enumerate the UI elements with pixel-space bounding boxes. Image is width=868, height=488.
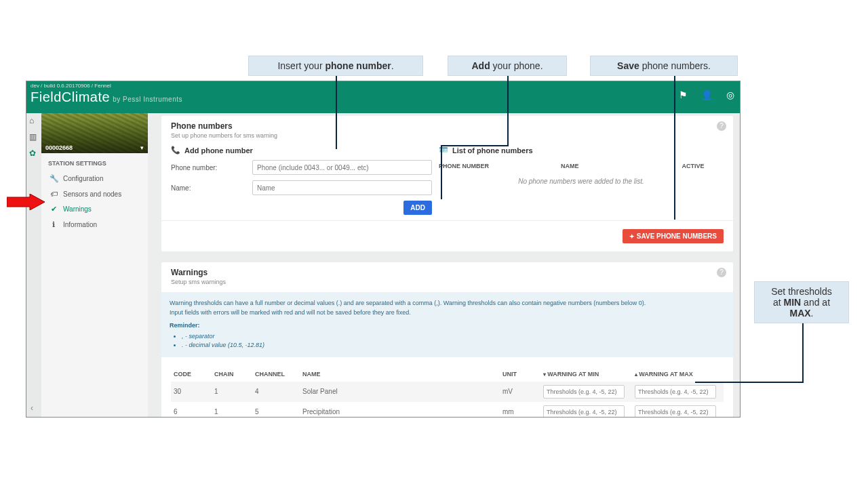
phone-numbers-panel: ? Phone numbers Set up phone numbers for… — [161, 116, 733, 251]
help-icon[interactable]: ? — [717, 121, 726, 131]
station-image[interactable]: 00002668 ▾ — [41, 113, 148, 153]
connector-2h — [441, 145, 509, 146]
table-row: 615Precipitationmm — [171, 402, 724, 418]
home-icon[interactable]: ⌂ — [29, 116, 39, 125]
left-rail: ⌂ ▥ ✿ ‹ — [26, 113, 41, 417]
phone-icon: 📞 — [171, 146, 180, 155]
connector-2 — [507, 75, 509, 145]
sidebar-item-information[interactable]: ℹInformation — [41, 217, 148, 232]
connector-3 — [674, 75, 675, 220]
threshold-max-input[interactable] — [635, 405, 716, 418]
table-row: 3014Solar PanelmV — [171, 382, 724, 402]
warning-max-header[interactable]: WARNING AT MAX — [632, 367, 724, 382]
sidebar: 00002668 ▾ STATION SETTINGS 🔧Configurati… — [41, 113, 148, 417]
help-icon[interactable]: ? — [717, 268, 726, 277]
red-arrow-indicator — [7, 194, 45, 210]
stats-icon[interactable]: ▥ — [29, 132, 39, 142]
phone-table-header: PHONE NUMBERNAMEACTIVE — [439, 160, 724, 172]
sidebar-header: STATION SETTINGS — [41, 153, 148, 171]
shield-check-icon: ✔ — [50, 205, 58, 214]
phone-number-input[interactable] — [252, 160, 432, 175]
phone-subtitle: Set up phone numbers for sms warning — [171, 132, 724, 139]
svg-marker-0 — [7, 194, 45, 210]
divider — [161, 220, 733, 221]
phone-number-label: Phone number: — [171, 164, 252, 171]
callout-insert-phone: Insert your phone number. — [248, 56, 423, 76]
add-phone-header: 📞Add phone number — [171, 146, 432, 155]
warnings-table: CODE CHAIN CHANNEL NAME UNIT WARNING AT … — [171, 367, 724, 418]
warning-min-header[interactable]: WARNING AT MIN — [540, 367, 632, 382]
brand-logo: FieldClimateby Pessl Instruments — [31, 89, 182, 105]
tag-icon: 🏷 — [50, 190, 58, 198]
threshold-min-input[interactable] — [543, 405, 625, 418]
app-frame: dev / build 0.6.20170906 / Fennel FieldC… — [26, 81, 741, 418]
threshold-max-input[interactable] — [635, 385, 716, 399]
warnings-info-box: Warning thresholds can have a full numbe… — [161, 292, 733, 357]
content-area: ? Phone numbers Set up phone numbers for… — [148, 113, 740, 417]
sidebar-item-configuration[interactable]: 🔧Configuration — [41, 171, 148, 186]
collapse-rail-icon[interactable]: ‹ — [31, 403, 33, 413]
connector-4h — [695, 382, 802, 383]
callout-thresholds: Set thresholds at MIN and at MAX. — [754, 281, 849, 323]
sidebar-item-sensors[interactable]: 🏷Sensors and nodes — [41, 186, 148, 201]
phone-name-input[interactable] — [252, 180, 432, 195]
callout-save-phone: Save phone numbers. — [590, 56, 738, 76]
flag-icon[interactable]: ⚑ — [679, 89, 688, 100]
threshold-min-input[interactable] — [543, 385, 625, 399]
phone-empty-message: No phone numbers were added to the list. — [439, 172, 724, 190]
connector-4v — [802, 323, 804, 383]
broadcast-icon[interactable]: ◎ — [726, 89, 734, 100]
warnings-subtitle: Setup sms warnings — [171, 279, 724, 285]
add-button[interactable]: ADD — [403, 201, 432, 215]
wrench-icon: 🔧 — [50, 174, 58, 183]
user-icon[interactable]: 👤 — [701, 89, 713, 100]
callout-add-phone: Add your phone. — [448, 56, 567, 76]
phone-title: Phone numbers — [171, 121, 724, 131]
connector-2v — [441, 145, 442, 199]
phone-list-header: 🪪List of phone numbers — [439, 146, 724, 155]
settings-icon[interactable]: ✿ — [29, 148, 39, 158]
station-id: 00002668 — [45, 144, 73, 151]
save-phone-numbers-button[interactable]: SAVE PHONE NUMBERS — [623, 229, 724, 243]
topbar: dev / build 0.6.20170906 / Fennel FieldC… — [26, 81, 740, 113]
info-icon: ℹ — [50, 220, 58, 229]
connector-1 — [336, 75, 337, 149]
warnings-panel: ? Warnings Setup sms warnings Warning th… — [161, 262, 733, 417]
warnings-title: Warnings — [171, 268, 724, 277]
build-info: dev / build 0.6.20170906 / Fennel — [31, 83, 111, 89]
sidebar-item-warnings[interactable]: ✔Warnings — [41, 201, 148, 217]
station-dropdown-icon[interactable]: ▾ — [140, 144, 144, 151]
phone-name-label: Name: — [171, 184, 252, 192]
